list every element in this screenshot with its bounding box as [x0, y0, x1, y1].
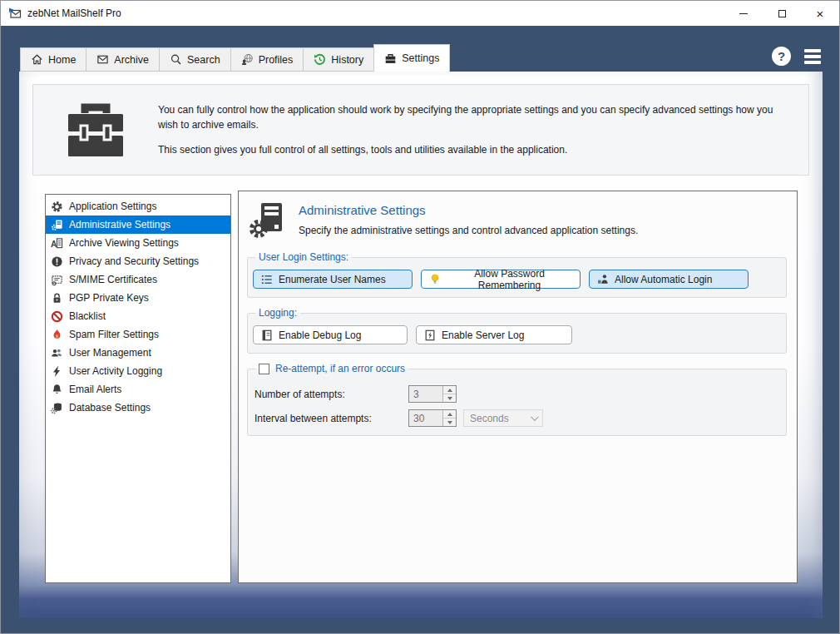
sidebar-item-label: Privacy and Security Settings — [69, 255, 199, 267]
sidebar-item-archive-viewing-settings[interactable]: A Archive Viewing Settings — [46, 234, 230, 252]
window-controls: × — [724, 1, 839, 26]
allow-automatic-login-button[interactable]: Allow Automatic Login — [589, 270, 749, 289]
help-button[interactable]: ? — [772, 47, 791, 66]
certificate-icon — [50, 274, 63, 286]
logging-label: Logging: — [255, 307, 300, 319]
sidebar-item-pgp-private-keys[interactable]: PGP Private Keys — [46, 289, 230, 307]
panel-header: Administrative Settings Specify the admi… — [249, 201, 785, 241]
maximize-icon — [778, 10, 786, 17]
sidebar-item-smime-certificates[interactable]: S/MIME Certificates — [46, 270, 230, 289]
server-log-icon — [424, 329, 436, 341]
close-button[interactable]: × — [801, 1, 839, 26]
button-label: Enable Debug Log — [279, 329, 361, 341]
debug-log-icon — [261, 329, 273, 341]
gear-icon — [50, 201, 63, 213]
globe-person-icon — [241, 53, 254, 66]
content-panel: You can fully control how the applicatio… — [19, 72, 823, 618]
tab-label: Home — [48, 54, 76, 66]
flame-icon — [50, 329, 63, 341]
logging-group: Logging: Enable Debug Log — [247, 307, 787, 354]
panel-subtitle: Specify the administrative settings and … — [299, 225, 638, 236]
sidebar-item-label: Database Settings — [69, 402, 151, 414]
sidebar-item-label: S/MIME Certificates — [69, 274, 157, 285]
interval-spinner[interactable]: 30 — [408, 409, 457, 427]
a-document-icon: A — [50, 237, 63, 250]
sidebar-item-database-settings[interactable]: Database Settings — [46, 399, 230, 417]
sidebar-item-label: Application Settings — [69, 201, 156, 212]
user-login-settings-group: User Login Settings: — [247, 251, 787, 298]
chevron-down-icon — [531, 413, 539, 421]
mail-arrow-icon — [8, 7, 22, 20]
tab-strip: Home Archive Search — [20, 44, 450, 72]
sidebar-item-label: Spam Filter Settings — [69, 329, 159, 340]
tab-archive[interactable]: Archive — [86, 47, 160, 72]
maximize-button[interactable] — [763, 1, 801, 26]
tab-search[interactable]: Search — [159, 47, 231, 72]
sidebar-item-spam-filter-settings[interactable]: Spam Filter Settings — [46, 325, 230, 344]
user-login-settings-label: User Login Settings: — [255, 251, 352, 263]
bell-icon — [50, 384, 63, 396]
server-gear-icon — [249, 201, 287, 241]
tab-settings[interactable]: Settings — [373, 44, 450, 72]
sidebar-item-administrative-settings[interactable]: Administrative Settings — [46, 215, 230, 234]
sidebar-item-email-alerts[interactable]: Email Alerts — [46, 380, 230, 399]
number-of-attempts-label: Number of attempts: — [254, 389, 408, 400]
minimize-button[interactable] — [724, 1, 763, 26]
sidebar-item-user-management[interactable]: User Management — [46, 344, 230, 362]
spinner-down-button[interactable] — [443, 394, 456, 402]
magnifier-icon — [170, 53, 182, 66]
sidebar-item-blacklist[interactable]: Blacklist — [46, 307, 230, 325]
database-gear-icon — [50, 402, 63, 414]
lightning-icon — [50, 365, 63, 378]
tab-home[interactable]: Home — [20, 47, 86, 72]
history-clock-icon — [314, 53, 326, 66]
button-label: Allow Password Remembering — [447, 268, 572, 291]
spinner-up-button[interactable] — [443, 386, 456, 394]
title-bar: zebNet MailShelf Pro × — [1, 1, 839, 26]
intro-line-1: You can fully control how the applicatio… — [158, 102, 788, 132]
enable-server-log-button[interactable]: Enable Server Log — [416, 325, 572, 344]
administrative-settings-panel: Administrative Settings Specify the admi… — [238, 191, 798, 583]
exclamation-circle-icon — [50, 255, 63, 268]
enumerate-user-names-button[interactable]: Enumerate User Names — [253, 270, 413, 289]
window-title: zebNet MailShelf Pro — [27, 7, 121, 19]
allow-password-remembering-button[interactable]: Allow Password Remembering — [421, 270, 581, 289]
down-arrow-icon — [447, 397, 452, 400]
svg-text:A: A — [51, 239, 57, 248]
tab-profiles[interactable]: Profiles — [230, 47, 304, 72]
spinner-down-button[interactable] — [443, 419, 456, 426]
interval-row: Interval between attempts: 30 Seconds — [254, 409, 779, 427]
attempts-row: Number of attempts: 3 — [254, 385, 779, 403]
numbered-list-icon — [261, 274, 273, 285]
spinner-value: 30 — [409, 410, 442, 426]
menu-button[interactable] — [804, 49, 821, 64]
toolbox-icon — [33, 100, 158, 160]
hamburger-menu-icon — [804, 49, 821, 52]
user-login-icon — [597, 274, 609, 285]
close-icon: × — [817, 7, 824, 20]
app-window: zebNet MailShelf Pro × Home — [0, 0, 840, 634]
panel-title: Administrative Settings — [299, 203, 638, 217]
number-of-attempts-spinner[interactable]: 3 — [408, 385, 457, 403]
spinner-up-button[interactable] — [443, 410, 456, 419]
panel-header-text: Administrative Settings Specify the admi… — [299, 201, 638, 241]
tab-history[interactable]: History — [303, 47, 374, 72]
spinner-value: 3 — [409, 386, 442, 402]
intro-line-2: This section gives you full control of a… — [158, 142, 788, 157]
reattempt-group: Re-attempt, if an error occurs Number of… — [247, 363, 787, 436]
sidebar-item-label: Blacklist — [69, 310, 106, 322]
help-circle-icon: ? — [778, 49, 785, 63]
interval-unit-dropdown[interactable]: Seconds — [463, 409, 543, 427]
gear-document-icon — [50, 219, 63, 231]
tab-label: History — [331, 54, 363, 66]
reattempt-label: Re-attempt, if an error occurs — [275, 363, 405, 374]
two-users-icon — [50, 347, 63, 359]
tab-label: Archive — [114, 54, 149, 66]
sidebar-item-label: PGP Private Keys — [69, 292, 149, 304]
sidebar-item-privacy-security-settings[interactable]: Privacy and Security Settings — [46, 252, 230, 270]
home-icon — [31, 53, 43, 66]
sidebar-item-application-settings[interactable]: Application Settings — [46, 197, 230, 215]
reattempt-checkbox[interactable] — [259, 364, 269, 374]
sidebar-item-user-activity-logging[interactable]: User Activity Logging — [46, 362, 230, 380]
enable-debug-log-button[interactable]: Enable Debug Log — [253, 325, 408, 344]
